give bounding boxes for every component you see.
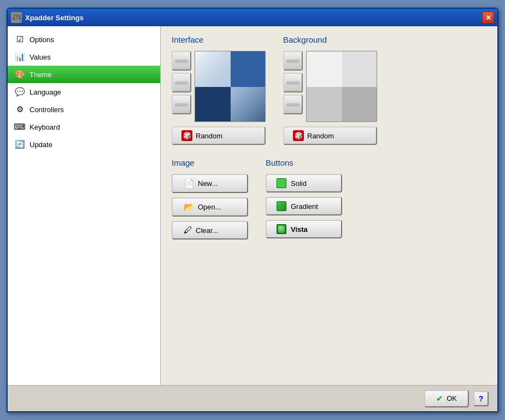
values-icon: 📊 (14, 51, 25, 62)
theme-icon: 🎨 (14, 69, 25, 80)
bottom-section-row: Image 📄 New... 📂 Open... 🖊 Clear... (172, 158, 486, 240)
background-preview-svg (307, 51, 377, 122)
vista-label: Vista (291, 225, 308, 234)
ok-button[interactable]: ✔ OK (424, 390, 469, 407)
svg-rect-5 (231, 51, 266, 87)
title-bar: 🎮 Xpadder Settings ✕ (8, 9, 497, 26)
interface-title: Interface (172, 35, 266, 44)
sidebar-item-update[interactable]: 🔄 Update (8, 136, 160, 153)
new-label: New... (198, 179, 218, 188)
open-label: Open... (198, 203, 221, 211)
options-icon: ☑ (14, 34, 25, 45)
solid-label: Solid (291, 179, 307, 188)
sidebar-item-options[interactable]: ☑ Options (8, 31, 160, 48)
new-button[interactable]: 📄 New... (172, 174, 248, 193)
svg-rect-10 (342, 87, 377, 122)
open-button[interactable]: 📂 Open... (172, 197, 248, 217)
window-icon: 🎮 (11, 12, 22, 23)
update-icon: 🔄 (14, 139, 25, 150)
interface-swatches (172, 51, 191, 114)
keyboard-icon: ⌨ (14, 121, 25, 132)
sidebar-label-theme: Theme (30, 71, 51, 79)
background-preview-area (283, 51, 377, 122)
solid-icon (277, 178, 286, 188)
close-button[interactable]: ✕ (482, 11, 494, 24)
interface-swatch-1[interactable] (172, 51, 191, 71)
background-random-button[interactable]: 🎲 Random (283, 126, 377, 145)
image-title: Image (172, 158, 248, 167)
sidebar-item-keyboard[interactable]: ⌨ Keyboard (8, 118, 160, 136)
clear-icon: 🖊 (184, 225, 192, 235)
footer: ✔ OK ? (8, 385, 497, 411)
main-content: Interface (161, 26, 497, 385)
vista-icon (277, 224, 286, 234)
sidebar-label-values: Values (30, 53, 51, 61)
interface-section: Interface (172, 35, 266, 145)
solid-button[interactable]: Solid (266, 174, 342, 192)
help-button[interactable]: ? (473, 391, 489, 406)
svg-rect-4 (195, 87, 231, 122)
background-section: Background (283, 35, 377, 145)
clear-label: Clear... (196, 226, 218, 235)
dice-icon-interface: 🎲 (181, 130, 192, 141)
interface-swatch-2[interactable] (172, 73, 191, 92)
interface-random-label: Random (196, 132, 222, 140)
window-body: ☑ Options 📊 Values 🎨 Theme 💬 Language ⚙ … (8, 26, 497, 385)
help-label: ? (479, 394, 484, 403)
open-icon: 📂 (184, 202, 195, 212)
check-icon: ✔ (436, 394, 443, 404)
sidebar-label-update: Update (30, 141, 52, 149)
sidebar: ☑ Options 📊 Values 🎨 Theme 💬 Language ⚙ … (8, 26, 161, 385)
svg-rect-8 (342, 51, 377, 87)
svg-rect-9 (307, 87, 342, 122)
svg-rect-7 (307, 51, 342, 87)
gradient-icon (277, 201, 286, 211)
gradient-button[interactable]: Gradient (266, 197, 342, 215)
sidebar-label-options: Options (30, 36, 54, 44)
sidebar-label-controllers: Controllers (30, 106, 64, 114)
sidebar-item-controllers[interactable]: ⚙ Controllers (8, 101, 160, 118)
gradient-label: Gradient (291, 202, 318, 211)
ok-label: OK (447, 394, 457, 402)
background-canvas (306, 51, 377, 122)
main-window: 🎮 Xpadder Settings ✕ ☑ Options 📊 Values … (7, 8, 498, 412)
background-random-label: Random (307, 132, 334, 140)
language-icon: 💬 (14, 86, 25, 97)
window-title: Xpadder Settings (25, 14, 84, 22)
buttons-title: Buttons (266, 158, 342, 167)
background-title: Background (283, 35, 377, 44)
vista-button[interactable]: Vista (266, 220, 342, 238)
sidebar-label-keyboard: Keyboard (30, 123, 60, 131)
controllers-icon: ⚙ (14, 104, 25, 115)
sidebar-item-values[interactable]: 📊 Values (8, 48, 160, 66)
new-icon: 📄 (184, 178, 195, 189)
sidebar-label-language: Language (30, 88, 61, 96)
image-section: Image 📄 New... 📂 Open... 🖊 Clear... (172, 158, 248, 240)
title-left: 🎮 Xpadder Settings (11, 12, 84, 23)
sidebar-item-theme[interactable]: 🎨 Theme (8, 66, 160, 83)
background-swatch-3[interactable] (283, 95, 303, 114)
background-swatch-1[interactable] (283, 51, 303, 71)
interface-canvas (195, 51, 266, 122)
background-swatches (283, 51, 303, 114)
clear-button[interactable]: 🖊 Clear... (172, 221, 248, 240)
sidebar-item-language[interactable]: 💬 Language (8, 83, 160, 101)
interface-swatch-3[interactable] (172, 95, 191, 114)
interface-preview-svg (195, 51, 266, 122)
background-swatch-2[interactable] (283, 73, 303, 92)
top-section-row: Interface (172, 35, 486, 145)
interface-random-button[interactable]: 🎲 Random (172, 126, 266, 145)
interface-preview-area (172, 51, 266, 122)
dice-icon-background: 🎲 (293, 130, 304, 141)
buttons-section: Buttons Solid Gradient Vista (266, 158, 342, 240)
